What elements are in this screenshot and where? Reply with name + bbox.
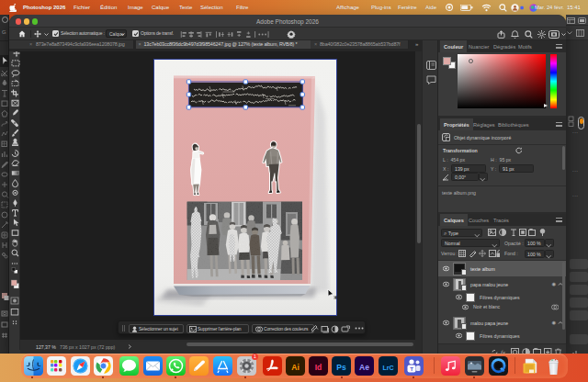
- svg-text:Ae: Ae: [359, 363, 369, 372]
- svg-text:Ai: Ai: [291, 363, 300, 372]
- svg-text:Id: Id: [315, 363, 322, 372]
- svg-text:Ps: Ps: [336, 363, 346, 372]
- svg-text:LrC: LrC: [382, 365, 393, 371]
- svg-text:T: T: [410, 366, 413, 372]
